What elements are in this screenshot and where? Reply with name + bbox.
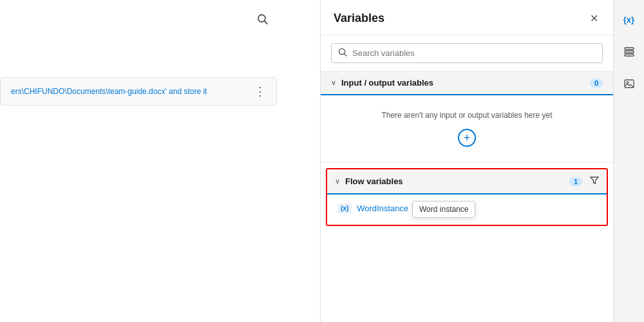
flow-section-body: (x) WordInstance Word instance — [327, 193, 607, 225]
main-content-area: ers\CHIFUNDO\Documents\team-guide.docx' … — [0, 0, 320, 322]
flow-section-badge: 1 — [569, 177, 582, 186]
flow-chevron-icon: ∨ — [335, 177, 340, 185]
var-icon-text: (x) — [341, 205, 348, 212]
layers-icon — [623, 46, 635, 57]
search-input[interactable] — [352, 48, 596, 58]
io-add-button[interactable]: + — [458, 129, 476, 147]
io-section-body: There aren't any input or output variabl… — [321, 94, 613, 162]
svg-rect-5 — [625, 51, 634, 53]
svg-rect-4 — [625, 48, 634, 50]
search-box-icon — [338, 48, 347, 59]
close-icon: ✕ — [590, 12, 598, 24]
close-button[interactable]: ✕ — [585, 9, 603, 27]
sidebar-variables-button[interactable]: {x} — [619, 9, 639, 30]
svg-line-1 — [265, 21, 268, 24]
flow-section-header[interactable]: ∨ Flow variables 1 — [327, 169, 607, 193]
io-variables-section: ∨ Input / output variables 0 There aren'… — [321, 71, 613, 163]
top-search-icon[interactable] — [251, 8, 274, 31]
flow-section-title: Flow variables — [345, 176, 564, 186]
flow-variables-section: ∨ Flow variables 1 (x) WordInstance Word… — [326, 168, 608, 226]
svg-line-3 — [345, 54, 347, 57]
io-chevron-icon: ∨ — [331, 79, 336, 87]
image-icon — [623, 78, 635, 90]
variable-tooltip: Word instance — [412, 201, 475, 218]
io-empty-text: There aren't any input or output variabl… — [381, 111, 552, 120]
svg-point-8 — [627, 82, 629, 84]
add-icon: + — [464, 131, 471, 145]
svg-rect-6 — [625, 54, 634, 56]
io-section-header[interactable]: ∨ Input / output variables 0 — [321, 71, 613, 94]
variables-icon: {x} — [623, 15, 634, 24]
sidebar-image-button[interactable] — [619, 73, 639, 94]
variable-item-wordinstance[interactable]: (x) WordInstance Word instance — [335, 200, 599, 217]
variable-name: WordInstance — [357, 204, 408, 213]
io-section-title: Input / output variables — [341, 78, 585, 88]
sidebar-layers-button[interactable] — [619, 41, 639, 62]
variables-panel: Variables ✕ ∨ Input / output variables 0… — [320, 0, 613, 322]
search-container — [321, 35, 613, 71]
right-sidebar: {x} — [613, 0, 644, 322]
panel-title: Variables — [334, 12, 384, 25]
flow-step-text: ers\CHIFUNDO\Documents\team-guide.docx' … — [11, 87, 207, 96]
flow-step-path: ers\CHIFUNDO\Documents\team-guide.docx' … — [11, 87, 207, 96]
variable-type-icon: (x) — [337, 204, 352, 213]
filter-icon[interactable] — [590, 176, 599, 187]
panel-header: Variables ✕ — [321, 0, 613, 35]
more-options-icon[interactable]: ⋮ — [254, 84, 266, 99]
search-box — [331, 43, 603, 63]
flow-step-card: ers\CHIFUNDO\Documents\team-guide.docx' … — [0, 77, 277, 106]
io-section-badge: 0 — [590, 79, 603, 88]
